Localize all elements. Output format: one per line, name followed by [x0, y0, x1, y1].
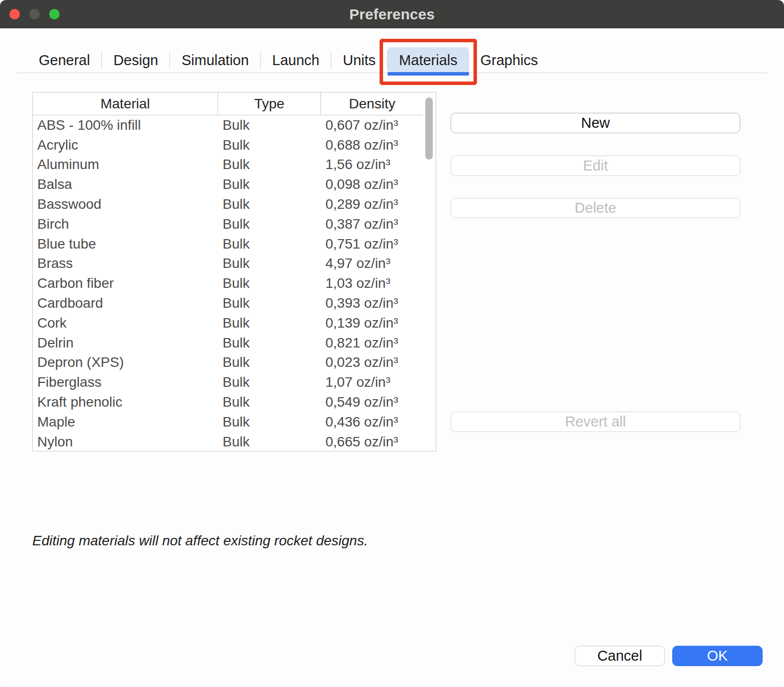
cell-density: 0,751 oz/in³ [321, 236, 423, 252]
table-row[interactable]: Blue tubeBulk0,751 oz/in³ [33, 234, 423, 254]
zoom-button[interactable] [49, 9, 60, 19]
cell-density: 0,289 oz/in³ [321, 196, 423, 212]
tab-materials[interactable]: Materials [388, 47, 469, 73]
table-row[interactable]: AcrylicBulk0,688 oz/in³ [33, 135, 423, 155]
table-scrollbar[interactable] [423, 92, 436, 451]
table-row[interactable]: DelrinBulk0,821 oz/in³ [33, 333, 423, 353]
cell-material: Aluminum [33, 157, 218, 172]
cell-type: Bulk [218, 414, 321, 430]
cell-material: Acrylic [33, 137, 218, 153]
cell-density: 1,56 oz/in³ [321, 157, 423, 172]
cell-type: Bulk [218, 434, 321, 450]
cancel-button[interactable]: Cancel [575, 646, 665, 666]
cell-density: 0,098 oz/in³ [321, 176, 423, 192]
edit-button[interactable]: Edit [451, 156, 740, 176]
cell-density: 0,688 oz/in³ [321, 137, 423, 153]
cell-material: ABS - 100% infill [33, 117, 218, 133]
ok-button[interactable]: OK [672, 646, 763, 666]
cell-type: Bulk [218, 216, 321, 232]
tab-materials-wrap: Materials [388, 47, 469, 73]
cell-density: 1,03 oz/in³ [321, 275, 423, 291]
cell-type: Bulk [218, 295, 321, 311]
cell-material: Kraft phenolic [33, 394, 218, 410]
table-row[interactable]: ABS - 100% infillBulk0,607 oz/in³ [33, 115, 423, 135]
column-header-type[interactable]: Type [218, 92, 321, 115]
cell-density: 0,549 oz/in³ [321, 394, 423, 410]
delete-button[interactable]: Delete [451, 198, 740, 218]
cell-type: Bulk [218, 176, 321, 192]
cell-type: Bulk [218, 157, 321, 172]
table-row[interactable]: Depron (XPS)Bulk0,023 oz/in³ [33, 353, 423, 373]
selected-tab-underline [388, 72, 469, 76]
table-row[interactable]: BasswoodBulk0,289 oz/in³ [33, 194, 423, 214]
cell-type: Bulk [218, 236, 321, 252]
table-body: ABS - 100% infillBulk0,607 oz/in³Acrylic… [33, 115, 423, 451]
tab-units[interactable]: Units [331, 47, 387, 73]
cell-type: Bulk [218, 137, 321, 153]
preferences-window: Preferences General Design Simulation La… [0, 0, 784, 687]
cell-density: 0,436 oz/in³ [321, 414, 423, 430]
traffic-lights [9, 9, 60, 19]
cell-density: 0,665 oz/in³ [321, 434, 423, 450]
tab-general[interactable]: General [27, 47, 101, 73]
tab-bar: General Design Simulation Launch Units M… [27, 47, 549, 73]
cell-type: Bulk [218, 374, 321, 390]
table-row[interactable]: CardboardBulk0,393 oz/in³ [33, 293, 423, 313]
cell-material: Depron (XPS) [33, 354, 218, 370]
table-row[interactable]: BalsaBulk0,098 oz/in³ [33, 174, 423, 194]
table-row[interactable]: CorkBulk0,139 oz/in³ [33, 313, 423, 333]
tab-simulation[interactable]: Simulation [170, 47, 260, 73]
table-row[interactable]: Kraft phenolicBulk0,549 oz/in³ [33, 392, 423, 412]
titlebar: Preferences [0, 0, 784, 28]
cell-material: Basswood [33, 196, 218, 212]
cell-type: Bulk [218, 117, 321, 133]
column-header-density[interactable]: Density [321, 92, 423, 115]
table-header: Material Type Density [33, 92, 423, 115]
cell-type: Bulk [218, 275, 321, 291]
tab-graphics[interactable]: Graphics [469, 47, 549, 73]
tab-design[interactable]: Design [102, 47, 169, 73]
cell-material: Cork [33, 315, 218, 331]
table-row[interactable]: NylonBulk0,665 oz/in³ [33, 432, 423, 451]
cell-type: Bulk [218, 196, 321, 212]
tab-launch[interactable]: Launch [261, 47, 331, 73]
cell-density: 0,387 oz/in³ [321, 216, 423, 232]
cell-density: 0,607 oz/in³ [321, 117, 423, 133]
new-button[interactable]: New [451, 113, 740, 133]
materials-table: Material Type Density ABS - 100% infillB… [32, 92, 436, 451]
table-row[interactable]: AluminumBulk1,56 oz/in³ [33, 155, 423, 175]
cell-material: Balsa [33, 176, 218, 192]
table-row[interactable]: MapleBulk0,436 oz/in³ [33, 412, 423, 432]
table-row[interactable]: BirchBulk0,387 oz/in³ [33, 214, 423, 234]
cell-density: 0,821 oz/in³ [321, 335, 423, 351]
table-row[interactable]: BrassBulk4,97 oz/in³ [33, 254, 423, 274]
cell-density: 4,97 oz/in³ [321, 256, 423, 271]
cell-type: Bulk [218, 256, 321, 271]
minimize-button[interactable] [29, 9, 40, 19]
cell-material: Blue tube [33, 236, 218, 252]
cell-density: 0,139 oz/in³ [321, 315, 423, 331]
cell-material: Maple [33, 414, 218, 430]
table-row[interactable]: FiberglassBulk1,07 oz/in³ [33, 372, 423, 392]
cell-material: Fiberglass [33, 374, 218, 390]
cell-material: Cardboard [33, 295, 218, 311]
cell-density: 0,393 oz/in³ [321, 295, 423, 311]
cell-material: Brass [33, 256, 218, 271]
cell-type: Bulk [218, 335, 321, 351]
cell-material: Delrin [33, 335, 218, 351]
cell-type: Bulk [218, 315, 321, 331]
scrollbar-thumb[interactable] [425, 97, 433, 160]
close-button[interactable] [9, 9, 20, 19]
cell-material: Nylon [33, 434, 218, 450]
column-header-material[interactable]: Material [33, 92, 218, 115]
cell-material: Birch [33, 216, 218, 232]
cell-density: 1,07 oz/in³ [321, 374, 423, 390]
window-title: Preferences [349, 6, 435, 23]
materials-note: Editing materials will not affect existi… [32, 533, 368, 549]
table-row[interactable]: Carbon fiberBulk1,03 oz/in³ [33, 273, 423, 293]
cell-material: Carbon fiber [33, 275, 218, 291]
revert-all-button[interactable]: Revert all [451, 412, 740, 432]
cell-type: Bulk [218, 354, 321, 370]
cell-type: Bulk [218, 394, 321, 410]
cell-density: 0,023 oz/in³ [321, 354, 423, 370]
